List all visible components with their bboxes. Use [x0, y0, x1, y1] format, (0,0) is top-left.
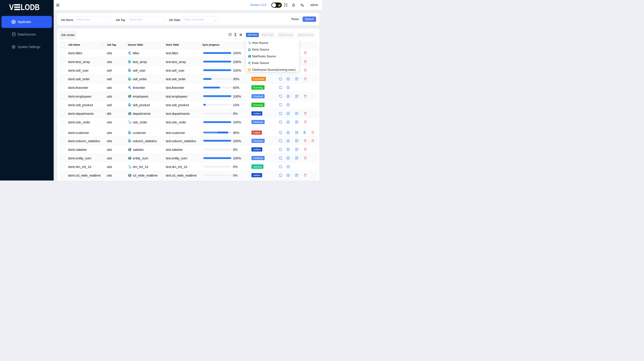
svg-text:HIVE: HIVE [129, 123, 131, 124]
svg-text:HIVE: HIVE [129, 168, 131, 169]
svg-text:kudu: kudu [129, 89, 131, 90]
svg-text:kudu: kudu [129, 54, 131, 55]
svg-text:kudu: kudu [249, 64, 251, 65]
svg-text:HIVE: HIVE [249, 44, 250, 45]
svg-text:V: V [9, 4, 14, 10]
svg-text:LODB: LODB [21, 4, 40, 10]
